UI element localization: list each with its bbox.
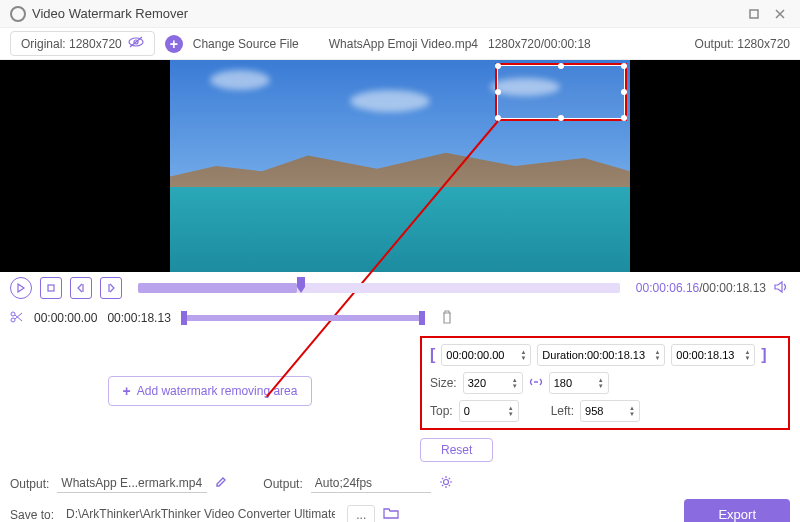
timeline-scrubber[interactable] xyxy=(138,283,620,293)
svg-point-7 xyxy=(11,312,15,316)
watermark-selection-box[interactable] xyxy=(496,64,626,120)
size-label: Size: xyxy=(430,376,457,390)
selection-params-panel: [ ▲▼ ▲▼ ▲▼ ] Size: ▲▼ xyxy=(420,336,790,430)
original-resolution-text: Original: 1280x720 xyxy=(21,37,122,51)
play-button[interactable] xyxy=(10,277,32,299)
scissors-icon[interactable] xyxy=(10,310,24,327)
svg-point-11 xyxy=(443,480,448,485)
svg-rect-0 xyxy=(750,10,758,18)
segment-start: 00:00:00.00 xyxy=(34,311,97,325)
time-current: 00:00:06.16 xyxy=(636,281,699,295)
top-input[interactable]: ▲▼ xyxy=(459,400,519,422)
segment-row: 00:00:00.00 00:00:18.13 xyxy=(0,304,800,332)
output-filename-field[interactable] xyxy=(57,474,207,493)
volume-icon[interactable] xyxy=(774,280,790,297)
titlebar: Video Watermark Remover xyxy=(0,0,800,28)
end-time-input[interactable]: ▲▼ xyxy=(671,344,755,366)
app-logo-icon xyxy=(10,6,26,22)
reset-button[interactable]: Reset xyxy=(420,438,493,462)
height-input[interactable]: ▲▼ xyxy=(549,372,609,394)
width-input[interactable]: ▲▼ xyxy=(463,372,523,394)
link-aspect-icon[interactable] xyxy=(529,376,543,391)
bracket-start-icon[interactable]: [ xyxy=(430,346,435,364)
output-file-label: Output: xyxy=(10,477,49,491)
add-watermark-area-button[interactable]: + Add watermark removing area xyxy=(108,376,313,406)
duration-input[interactable]: ▲▼ xyxy=(537,344,665,366)
open-folder-icon[interactable] xyxy=(383,506,399,522)
svg-rect-4 xyxy=(48,285,54,291)
change-source-icon[interactable]: + xyxy=(165,35,183,53)
delete-segment-icon[interactable] xyxy=(441,310,453,327)
current-filename: WhatsApp Emoji Video.mp4 xyxy=(329,37,478,51)
svg-point-8 xyxy=(11,318,15,322)
playback-controls: 00:00:06.16/00:00:18.13 xyxy=(0,272,800,304)
video-frame[interactable] xyxy=(170,60,630,272)
time-total: /00:00:18.13 xyxy=(699,281,766,295)
app-title: Video Watermark Remover xyxy=(32,6,738,21)
mid-section: + Add watermark removing area [ ▲▼ ▲▼ ▲▼ xyxy=(0,336,800,462)
left-label: Left: xyxy=(551,404,574,418)
save-to-label: Save to: xyxy=(10,508,54,522)
output-format-field[interactable] xyxy=(311,474,431,493)
minimize-button[interactable] xyxy=(744,4,764,24)
close-button[interactable] xyxy=(770,4,790,24)
resolution-duration: 1280x720/00:00:18 xyxy=(488,37,591,51)
output-resolution: Output: 1280x720 xyxy=(695,37,790,51)
save-path-field[interactable] xyxy=(62,505,339,522)
bottom-panel: Output: Output: Save to: ... Export xyxy=(0,468,800,522)
prev-frame-button[interactable] xyxy=(70,277,92,299)
output-format-label: Output: xyxy=(263,477,302,491)
edit-filename-icon[interactable] xyxy=(215,476,227,491)
preview-toggle-icon[interactable] xyxy=(128,36,144,51)
change-source-label[interactable]: Change Source File xyxy=(193,37,299,51)
left-input[interactable]: ▲▼ xyxy=(580,400,640,422)
browse-path-button[interactable]: ... xyxy=(347,505,375,523)
top-bar: Original: 1280x720 + Change Source File … xyxy=(0,28,800,60)
segment-end: 00:00:18.13 xyxy=(107,311,170,325)
video-preview-area xyxy=(0,60,800,272)
original-resolution-chip: Original: 1280x720 xyxy=(10,31,155,56)
stop-button[interactable] xyxy=(40,277,62,299)
output-settings-icon[interactable] xyxy=(439,475,453,492)
start-time-input[interactable]: ▲▼ xyxy=(441,344,531,366)
segment-range-bar[interactable] xyxy=(181,315,425,321)
top-label: Top: xyxy=(430,404,453,418)
next-frame-button[interactable] xyxy=(100,277,122,299)
bracket-end-icon[interactable]: ] xyxy=(761,346,766,364)
export-button[interactable]: Export xyxy=(684,499,790,522)
